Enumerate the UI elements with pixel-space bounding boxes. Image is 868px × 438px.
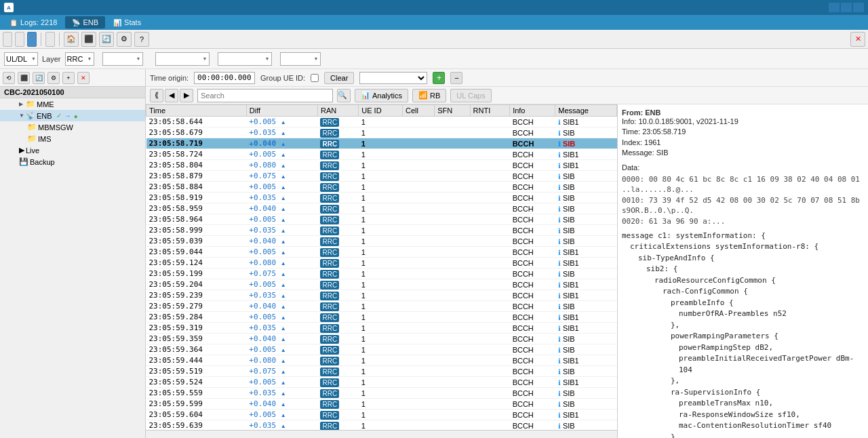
- close-panel-button[interactable]: ✕: [850, 32, 865, 47]
- close-button[interactable]: [853, 3, 864, 12]
- table-row[interactable]: 23:05:59.444 +0.080 ▲ RRC 1 BCCH ℹ SIB1: [146, 355, 617, 366]
- table-row[interactable]: 23:05:58.679 +0.035 ▲ RRC 1 BCCH ℹ SIB: [146, 127, 617, 138]
- cell-rnti: [470, 388, 510, 399]
- table-row[interactable]: 23:05:59.199 +0.075 ▲ RRC 1 BCCH ℹ SIB: [146, 268, 617, 279]
- col-time[interactable]: Time: [146, 105, 247, 117]
- col-message[interactable]: Message: [555, 105, 617, 117]
- export-button[interactable]: [45, 32, 55, 47]
- tree-stop-button[interactable]: ⬛: [18, 72, 30, 84]
- layer-select[interactable]: RRC NAS MAC: [65, 52, 94, 66]
- search-input[interactable]: [197, 89, 333, 102]
- table-row[interactable]: 23:05:59.284 +0.005 ▲ RRC 1 BCCH ℹ SIB1: [146, 312, 617, 323]
- tree-refresh-button[interactable]: 🔄: [33, 72, 45, 84]
- table-row[interactable]: 23:05:58.959 +0.040 ▲ RRC 1 BCCH ℹ SIB: [146, 203, 617, 214]
- tree-item-ims[interactable]: 📁 IMS: [0, 133, 145, 144]
- file-button[interactable]: [27, 32, 37, 47]
- url-button[interactable]: [3, 32, 12, 47]
- clear-button[interactable]: Clear: [324, 72, 354, 84]
- table-row[interactable]: 23:05:59.239 +0.035 ▲ RRC 1 BCCH ℹ SIB1: [146, 290, 617, 301]
- table-row[interactable]: 23:05:59.599 +0.040 ▲ RRC 1 BCCH ℹ SIB: [146, 399, 617, 410]
- hex-line: 0010: 73 39 4f 52 d5 42 08 00 30 02 5c 7…: [622, 195, 864, 216]
- nav-prev-button[interactable]: ◀: [165, 89, 178, 102]
- info-select[interactable]: [218, 52, 272, 66]
- maximize-button[interactable]: [841, 3, 852, 12]
- analytics-button[interactable]: 📊 Analytics: [355, 89, 408, 102]
- cell-info: BCCH: [510, 236, 555, 247]
- table-row[interactable]: 23:05:59.559 +0.035 ▲ RRC 1 BCCH ℹ SIB: [146, 388, 617, 399]
- cell-message: ℹ SIB1: [555, 290, 617, 301]
- cell-message: ℹ SIB: [555, 301, 617, 312]
- bottom-scroll[interactable]: [146, 430, 617, 438]
- tab-logs[interactable]: 📋 Logs: 2218: [3, 16, 64, 28]
- table-row[interactable]: 23:05:59.519 +0.075 ▲ RRC 1 BCCH ℹ SIB: [146, 366, 617, 377]
- table-row[interactable]: 23:05:59.279 +0.040 ▲ RRC 1 BCCH ℹ SIB: [146, 301, 617, 312]
- table-row[interactable]: 23:05:58.644 +0.005 ▲ RRC 1 BCCH ℹ SIB1: [146, 117, 617, 127]
- tree-settings-button[interactable]: ⚙: [47, 72, 60, 84]
- col-ueid[interactable]: UE ID: [359, 105, 403, 117]
- group-ueid-checkbox[interactable]: [311, 74, 319, 82]
- rb-button[interactable]: 📶 RB: [412, 89, 446, 102]
- tree-item-enb[interactable]: ▼ 📡 ENB ✓ → ●: [0, 110, 145, 121]
- col-rnti[interactable]: RNTI: [470, 105, 510, 117]
- cell-message: ℹ SIB: [555, 225, 617, 236]
- filter-combo[interactable]: [359, 72, 427, 84]
- time-bar: Time origin: Group UE ID: Clear + −: [146, 69, 868, 87]
- table-row[interactable]: 23:05:58.719 +0.040 ▲ RRC 1 BCCH ℹ SIB: [146, 138, 617, 149]
- col-ran[interactable]: RAN: [317, 105, 358, 117]
- tree-close-button[interactable]: ✕: [77, 72, 90, 84]
- cell-ueid: 1: [359, 420, 403, 431]
- settings-button[interactable]: ⚙: [117, 32, 132, 47]
- col-diff[interactable]: Diff: [246, 105, 317, 117]
- uldl-select[interactable]: UL/DL UL DL: [4, 52, 38, 66]
- table-row[interactable]: 23:05:58.804 +0.080 ▲ RRC 1 BCCH ℹ SIB1: [146, 160, 617, 171]
- server-button[interactable]: [15, 32, 24, 47]
- ueid-select[interactable]: [102, 52, 143, 66]
- search-icon-button[interactable]: 🔍: [337, 89, 351, 102]
- tree-item-backup[interactable]: 💾 Backup: [0, 156, 145, 167]
- remove-filter-button[interactable]: −: [450, 72, 462, 84]
- refresh-button[interactable]: 🔄: [99, 32, 114, 47]
- tree-btn1[interactable]: ⟲: [3, 72, 15, 84]
- table-row[interactable]: 23:05:59.039 +0.040 ▲ RRC 1 BCCH ℹ SIB: [146, 236, 617, 247]
- col-sfn[interactable]: SFN: [435, 105, 470, 117]
- table-row[interactable]: 23:05:58.879 +0.075 ▲ RRC 1 BCCH ℹ SIB: [146, 171, 617, 182]
- table-row[interactable]: 23:05:58.999 +0.035 ▲ RRC 1 BCCH ℹ SIB: [146, 225, 617, 236]
- tree-item-mbmsgw[interactable]: 📁 MBMSGW: [0, 121, 145, 133]
- table-row[interactable]: 23:05:59.319 +0.035 ▲ RRC 1 BCCH ℹ SIB1: [146, 323, 617, 334]
- help-button[interactable]: ?: [134, 32, 149, 47]
- table-row[interactable]: 23:05:59.044 +0.005 ▲ RRC 1 BCCH ℹ SIB1: [146, 247, 617, 258]
- ulcaps-button[interactable]: UL Caps: [450, 89, 491, 102]
- tab-stats[interactable]: 📊 Stats: [106, 16, 148, 28]
- table-row[interactable]: 23:05:58.884 +0.005 ▲ RRC 1 BCCH ℹ SIB: [146, 182, 617, 193]
- nav-next-button[interactable]: ▶: [180, 89, 193, 102]
- cell-message: ℹ SIB: [555, 171, 617, 182]
- table-row[interactable]: 23:05:59.124 +0.080 ▲ RRC 1 BCCH ℹ SIB1: [146, 258, 617, 268]
- tab-enb[interactable]: 📡 ENB: [65, 16, 105, 28]
- tree-item-live[interactable]: ▶ Live: [0, 144, 145, 156]
- table-row[interactable]: 23:05:59.604 +0.005 ▲ RRC 1 BCCH ℹ SIB1: [146, 410, 617, 420]
- table-row[interactable]: 23:05:59.359 +0.040 ▲ RRC 1 BCCH ℹ SIB: [146, 334, 617, 344]
- table-row[interactable]: 23:05:59.364 +0.005 ▲ RRC 1 BCCH ℹ SIB: [146, 344, 617, 355]
- col-cell[interactable]: Cell: [403, 105, 435, 117]
- table-row[interactable]: 23:05:59.524 +0.005 ▲ RRC 1 BCCH ℹ SIB1: [146, 377, 617, 388]
- tree-item-mme[interactable]: ▶ 📁 MME: [0, 98, 145, 110]
- add-filter-button[interactable]: +: [433, 72, 445, 84]
- stop-button[interactable]: ⬛: [81, 32, 96, 47]
- table-row[interactable]: 23:05:58.724 +0.005 ▲ RRC 1 BCCH ℹ SIB1: [146, 149, 617, 160]
- nav-first-button[interactable]: ⟪: [150, 89, 163, 102]
- table-row[interactable]: 23:05:58.964 +0.005 ▲ RRC 1 BCCH ℹ SIB: [146, 214, 617, 225]
- table-row[interactable]: 23:05:59.204 +0.005 ▲ RRC 1 BCCH ℹ SIB1: [146, 279, 617, 290]
- table-row[interactable]: 23:05:58.919 +0.035 ▲ RRC 1 BCCH ℹ SIB: [146, 193, 617, 203]
- table-row[interactable]: 23:05:59.639 +0.035 ▲ RRC 1 BCCH ℹ SIB: [146, 420, 617, 431]
- cellid-select[interactable]: [155, 52, 210, 66]
- home-button[interactable]: 🏠: [64, 32, 79, 47]
- table-container[interactable]: Time Diff RAN UE ID Cell SFN RNTI Info M…: [146, 104, 617, 430]
- time-origin-input[interactable]: [194, 72, 255, 84]
- tree-add-button[interactable]: +: [62, 72, 75, 84]
- cell-sfn: [435, 236, 470, 247]
- col-info[interactable]: Info: [510, 105, 555, 117]
- cell-message: ℹ SIB1: [555, 258, 617, 268]
- minimize-button[interactable]: [829, 3, 840, 12]
- level-select[interactable]: [280, 52, 321, 66]
- code-line: preambleInitialReceivedTargetPower dBm-1…: [622, 353, 864, 376]
